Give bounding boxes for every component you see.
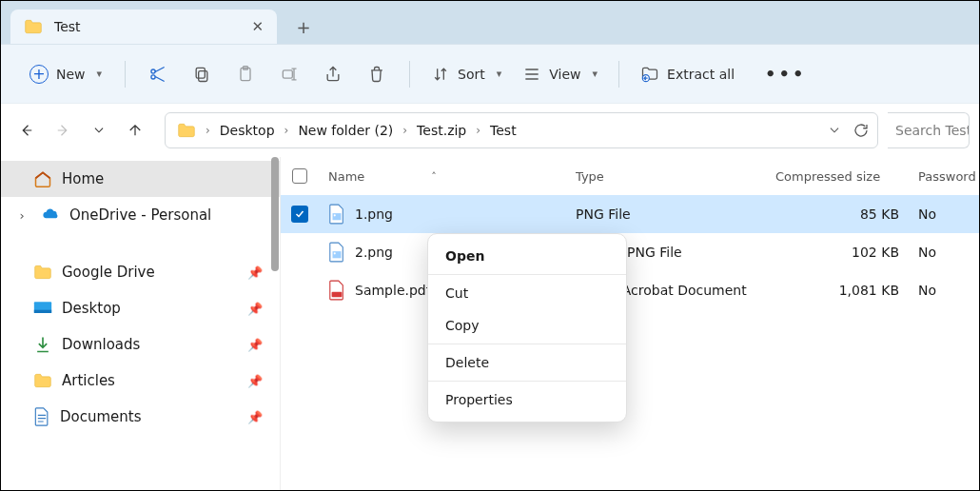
pin-icon: 📌: [247, 374, 263, 388]
more-button[interactable]: •••: [754, 57, 818, 91]
sidebar-item-documents[interactable]: Documents 📌: [1, 399, 280, 435]
column-header-compressed-size[interactable]: Compressed size: [766, 169, 909, 184]
sort-button[interactable]: Sort ▾: [421, 57, 511, 91]
sidebar-scrollbar[interactable]: [270, 157, 280, 467]
context-menu-properties[interactable]: Properties: [428, 383, 626, 416]
tab-title: Test: [54, 19, 81, 34]
sidebar-item-label: Articles: [62, 372, 115, 389]
window-tab[interactable]: Test ✕: [10, 10, 277, 44]
svg-point-9: [334, 214, 336, 216]
ellipsis-icon: •••: [765, 64, 807, 84]
toolbar-separator: [125, 61, 126, 88]
file-compressed-size: 102 KB: [852, 245, 899, 260]
sidebar-item-label: Desktop: [62, 300, 121, 317]
file-row[interactable]: 1.png PNG File 85 KB No: [281, 195, 979, 233]
svg-rect-8: [333, 213, 342, 220]
breadcrumb: Desktop › New folder (2) › Test.zip › Te…: [220, 123, 818, 138]
column-header-name[interactable]: Name ˄: [319, 169, 566, 184]
forward-button[interactable]: [47, 114, 79, 147]
context-menu-open[interactable]: Open: [428, 240, 626, 272]
breadcrumb-item[interactable]: Test: [490, 123, 517, 138]
trash-icon: [367, 65, 386, 84]
plus-circle-icon: +: [29, 65, 49, 84]
sidebar-item-articles[interactable]: Articles 📌: [1, 363, 280, 399]
context-menu-delete[interactable]: Delete: [428, 346, 626, 379]
cut-button[interactable]: [137, 57, 179, 91]
chevron-down-icon: ▾: [97, 68, 103, 80]
image-file-icon: [328, 242, 345, 263]
context-menu: Open Cut Copy Delete Properties: [427, 233, 627, 422]
extract-all-button[interactable]: Extract all: [631, 57, 744, 91]
arrow-up-icon: [127, 122, 144, 139]
row-checkbox[interactable]: [291, 206, 308, 223]
address-bar[interactable]: › Desktop › New folder (2) › Test.zip › …: [165, 112, 878, 148]
close-tab-icon[interactable]: ✕: [251, 18, 264, 35]
breadcrumb-item[interactable]: Test.zip: [417, 123, 466, 138]
refresh-icon[interactable]: [853, 122, 870, 139]
sidebar-item-desktop[interactable]: Desktop 📌: [1, 290, 280, 326]
file-row[interactable]: 2.png PNG File 102 KB No: [281, 233, 979, 271]
view-button[interactable]: View ▾: [513, 57, 607, 91]
file-name: 2.png: [355, 245, 393, 260]
context-menu-copy[interactable]: Copy: [428, 309, 626, 342]
svg-rect-10: [333, 251, 342, 258]
up-button[interactable]: [119, 114, 151, 147]
sort-asc-icon: ˄: [431, 170, 437, 183]
new-button[interactable]: + New ▾: [18, 57, 113, 91]
context-menu-cut[interactable]: Cut: [428, 277, 626, 309]
document-icon: [33, 407, 50, 426]
folder-icon: [33, 372, 52, 389]
svg-rect-0: [199, 70, 207, 81]
share-button[interactable]: [312, 57, 354, 91]
home-icon: [33, 169, 52, 188]
rename-button[interactable]: [268, 57, 310, 91]
check-icon: [294, 208, 305, 220]
column-label: Name: [328, 169, 364, 184]
file-compressed-size: 1,081 KB: [839, 283, 899, 298]
pin-icon: 📌: [247, 410, 263, 424]
sidebar-item-label: Google Drive: [62, 264, 155, 281]
pin-icon: 📌: [247, 302, 263, 316]
extract-all-label: Extract all: [667, 67, 735, 82]
toolbar-separator: [618, 61, 619, 88]
chevron-right-icon: ›: [402, 124, 407, 137]
toolbar: + New ▾ Sort ▾ View ▾ Extract al: [1, 45, 979, 104]
sidebar-item-downloads[interactable]: Downloads 📌: [1, 326, 280, 363]
sort-label: Sort: [458, 67, 485, 82]
chevron-down-icon[interactable]: [828, 124, 841, 137]
file-compressed-size: 85 KB: [860, 206, 899, 222]
file-password: No: [918, 283, 936, 298]
breadcrumb-item[interactable]: New folder (2): [298, 123, 393, 138]
pin-icon: 📌: [247, 338, 263, 352]
breadcrumb-item[interactable]: Desktop: [220, 123, 275, 138]
search-input[interactable]: Search Test: [888, 112, 970, 148]
toolbar-separator: [409, 61, 410, 88]
download-icon: [33, 335, 52, 354]
copy-button[interactable]: [181, 57, 223, 91]
onedrive-icon: [41, 208, 60, 222]
arrow-left-icon: [18, 122, 35, 139]
new-tab-button[interactable]: +: [286, 10, 321, 44]
navigation-row: › Desktop › New folder (2) › Test.zip › …: [1, 104, 979, 157]
file-name: 1.png: [355, 206, 393, 222]
select-all-checkbox[interactable]: [292, 168, 307, 184]
sidebar-item-google-drive[interactable]: Google Drive 📌: [1, 254, 280, 290]
file-password: No: [918, 206, 936, 222]
sidebar-item-onedrive[interactable]: › OneDrive - Personal: [1, 197, 280, 233]
copy-icon: [192, 65, 211, 84]
column-label: Type: [576, 169, 604, 184]
delete-button[interactable]: [356, 57, 398, 91]
folder-icon: [177, 122, 196, 139]
recent-locations-button[interactable]: [83, 114, 115, 147]
paste-button[interactable]: [225, 57, 266, 91]
column-label: Compressed size: [775, 169, 880, 184]
file-row[interactable]: Sample.pdf Adobe Acrobat Document 1,081 …: [281, 271, 979, 309]
menu-separator: [428, 274, 626, 275]
column-header-password[interactable]: Password: [909, 169, 979, 184]
chevron-right-icon[interactable]: ›: [12, 208, 31, 223]
column-header-type[interactable]: Type: [566, 169, 766, 184]
sidebar-item-label: Home: [62, 170, 104, 187]
scrollbar-thumb[interactable]: [271, 157, 279, 271]
back-button[interactable]: [10, 114, 43, 147]
sidebar-item-home[interactable]: Home: [1, 161, 280, 197]
